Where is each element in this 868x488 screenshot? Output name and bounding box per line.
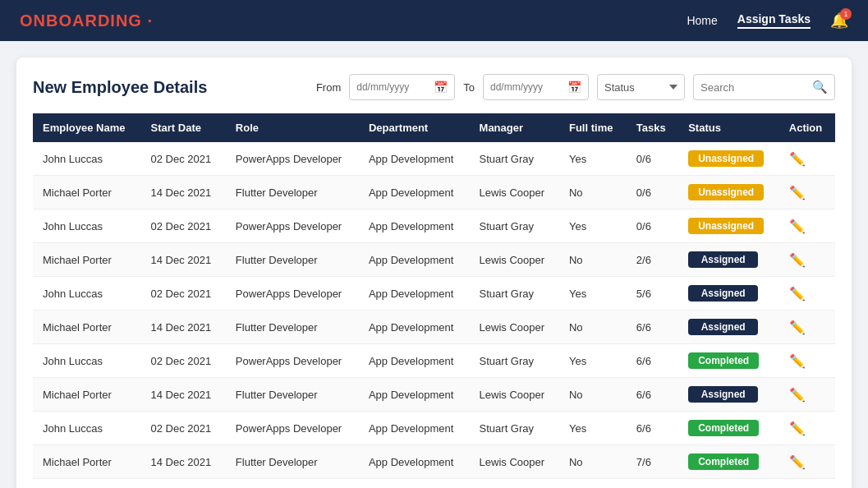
edit-icon[interactable]: ✏️ bbox=[789, 421, 806, 435]
cell-status: Completed bbox=[678, 344, 779, 378]
col-fulltime: Full time bbox=[559, 113, 627, 142]
search-icon[interactable]: 🔍 bbox=[812, 80, 828, 94]
edit-icon[interactable]: ✏️ bbox=[789, 320, 806, 334]
cell-action[interactable]: ✏️ bbox=[779, 311, 835, 344]
cell-action[interactable]: ✏️ bbox=[779, 176, 835, 209]
status-badge: Assigned bbox=[688, 319, 758, 335]
cell-tasks: 6/6 bbox=[627, 344, 678, 378]
cell-status: Completed bbox=[678, 445, 779, 479]
cell-action[interactable]: ✏️ bbox=[779, 243, 835, 277]
cell-name: Michael Porter bbox=[33, 176, 141, 209]
cell-name: John Luccas bbox=[33, 344, 141, 378]
cell-name: Michael Porter bbox=[33, 445, 141, 479]
cell-dept: App Development bbox=[359, 412, 470, 445]
edit-icon[interactable]: ✏️ bbox=[789, 152, 806, 166]
cell-action[interactable]: ✏️ bbox=[779, 378, 835, 412]
search-input[interactable] bbox=[700, 81, 807, 94]
table-row: Michael Porter 14 Dec 2021 Flutter Devel… bbox=[33, 445, 835, 479]
cell-fulltime: Yes bbox=[559, 344, 627, 378]
cell-action[interactable]: ✏️ bbox=[779, 412, 835, 445]
cell-name: John Luccas bbox=[33, 142, 141, 176]
cell-fulltime: No bbox=[559, 243, 627, 277]
employee-table: Employee Name Start Date Role Department… bbox=[33, 113, 835, 479]
cell-start: 02 Dec 2021 bbox=[141, 412, 226, 445]
edit-icon[interactable]: ✏️ bbox=[789, 219, 806, 233]
cell-status: Unassigned bbox=[678, 209, 779, 243]
edit-icon[interactable]: ✏️ bbox=[789, 455, 806, 469]
col-role: Role bbox=[226, 113, 359, 142]
cell-dept: App Development bbox=[359, 277, 470, 311]
table-row: John Luccas 02 Dec 2021 PowerApps Develo… bbox=[33, 277, 835, 311]
card-header: New Employee Details From 📅 To 📅 Status … bbox=[33, 74, 835, 100]
search-wrap: 🔍 bbox=[693, 74, 835, 100]
cell-fulltime: No bbox=[559, 176, 627, 209]
cell-status: Unassigned bbox=[678, 142, 779, 176]
cell-action[interactable]: ✏️ bbox=[779, 344, 835, 378]
filters: From 📅 To 📅 Status Unassigned Assigned C… bbox=[316, 74, 835, 100]
cell-dept: App Development bbox=[359, 142, 470, 176]
cell-manager: Stuart Gray bbox=[470, 142, 559, 176]
status-badge: Assigned bbox=[688, 386, 758, 403]
cell-manager: Stuart Gray bbox=[470, 412, 559, 445]
cell-role: PowerApps Developer bbox=[226, 142, 359, 176]
cell-start: 14 Dec 2021 bbox=[141, 243, 226, 277]
to-calendar-icon[interactable]: 📅 bbox=[567, 81, 581, 94]
cell-role: Flutter Developer bbox=[226, 243, 359, 277]
nav-home[interactable]: Home bbox=[687, 14, 717, 27]
from-date-input[interactable] bbox=[356, 81, 430, 93]
cell-dept: App Development bbox=[359, 445, 470, 479]
cell-role: PowerApps Developer bbox=[226, 412, 359, 445]
status-badge: Assigned bbox=[688, 251, 758, 268]
status-filter[interactable]: Status Unassigned Assigned Completed bbox=[597, 74, 685, 100]
edit-icon[interactable]: ✏️ bbox=[789, 287, 806, 301]
col-status: Status bbox=[678, 113, 779, 142]
from-label: From bbox=[316, 81, 341, 94]
cell-action[interactable]: ✏️ bbox=[779, 142, 835, 176]
cell-action[interactable]: ✏️ bbox=[779, 445, 835, 479]
cell-tasks: 6/6 bbox=[627, 378, 678, 412]
cell-dept: App Development bbox=[359, 344, 470, 378]
cell-action[interactable]: ✏️ bbox=[779, 277, 835, 311]
notification-bell[interactable]: 🔔 1 bbox=[830, 12, 848, 30]
edit-icon[interactable]: ✏️ bbox=[789, 388, 806, 402]
cell-role: PowerApps Developer bbox=[226, 209, 359, 243]
header: ONBOARDING · Home Assign Tasks 🔔 1 bbox=[0, 0, 868, 41]
cell-role: PowerApps Developer bbox=[226, 344, 359, 378]
table-row: Michael Porter 14 Dec 2021 Flutter Devel… bbox=[33, 311, 835, 344]
col-employee-name: Employee Name bbox=[33, 113, 141, 142]
cell-tasks: 6/6 bbox=[627, 412, 678, 445]
from-calendar-icon[interactable]: 📅 bbox=[434, 81, 448, 94]
cell-action[interactable]: ✏️ bbox=[779, 209, 835, 243]
logo-text: ONBOARDING bbox=[20, 12, 142, 30]
cell-manager: Lewis Cooper bbox=[470, 311, 559, 344]
table-row: John Luccas 02 Dec 2021 PowerApps Develo… bbox=[33, 344, 835, 378]
table-row: John Luccas 02 Dec 2021 PowerApps Develo… bbox=[33, 209, 835, 243]
cell-dept: App Development bbox=[359, 176, 470, 209]
cell-fulltime: Yes bbox=[559, 209, 627, 243]
table-body: John Luccas 02 Dec 2021 PowerApps Develo… bbox=[33, 142, 835, 479]
cell-fulltime: Yes bbox=[559, 142, 627, 176]
edit-icon[interactable]: ✏️ bbox=[789, 186, 806, 200]
cell-manager: Lewis Cooper bbox=[470, 445, 559, 479]
cell-manager: Stuart Gray bbox=[470, 209, 559, 243]
cell-start: 02 Dec 2021 bbox=[141, 277, 226, 311]
status-badge: Unassigned bbox=[688, 184, 764, 200]
cell-status: Assigned bbox=[678, 311, 779, 344]
status-badge: Unassigned bbox=[688, 150, 764, 167]
status-badge: Completed bbox=[688, 420, 759, 436]
cell-name: John Luccas bbox=[33, 277, 141, 311]
cell-role: Flutter Developer bbox=[226, 176, 359, 209]
cell-fulltime: No bbox=[559, 311, 627, 344]
table-row: Michael Porter 14 Dec 2021 Flutter Devel… bbox=[33, 243, 835, 277]
to-date-input[interactable] bbox=[490, 81, 564, 93]
edit-icon[interactable]: ✏️ bbox=[789, 354, 806, 368]
cell-manager: Lewis Cooper bbox=[470, 378, 559, 412]
nav-assign-tasks[interactable]: Assign Tasks bbox=[737, 12, 811, 29]
cell-status: Assigned bbox=[678, 378, 779, 412]
cell-tasks: 7/6 bbox=[627, 445, 678, 479]
status-badge: Unassigned bbox=[688, 218, 764, 234]
edit-icon[interactable]: ✏️ bbox=[789, 253, 806, 267]
from-date-input-wrap: 📅 bbox=[349, 74, 455, 100]
logo-dot: · bbox=[142, 12, 153, 30]
cell-name: Michael Porter bbox=[33, 311, 141, 344]
